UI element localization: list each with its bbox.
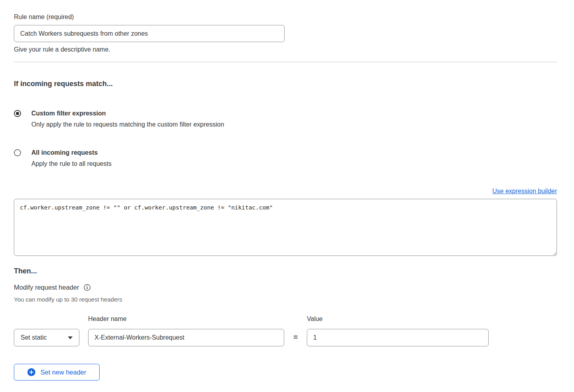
modify-request-header-label: Modify request header [14, 284, 79, 291]
set-new-header-button[interactable]: Set new header [14, 364, 100, 380]
radio-button-selected-icon[interactable] [14, 110, 21, 117]
filter-expression-textarea[interactable]: cf.worker.upstream_zone != "" or cf.work… [14, 199, 557, 256]
match-type-radio-group: Custom filter expression Only apply the … [14, 109, 557, 168]
plus-icon [27, 368, 35, 376]
radio-button-unselected-icon[interactable] [14, 149, 21, 156]
radio-option-label: Custom filter expression [31, 109, 224, 118]
radio-option-description: Apply the rule to all requests [31, 159, 112, 168]
radio-option-label: All incoming requests [31, 148, 112, 157]
header-value-input[interactable] [307, 329, 489, 346]
radio-option-all-requests[interactable]: All incoming requests Apply the rule to … [14, 148, 557, 168]
header-operation-select[interactable]: Set static [14, 329, 79, 346]
equals-sign: = [284, 333, 307, 346]
radio-option-description: Only apply the rule to requests matching… [31, 120, 224, 129]
rule-name-label: Rule name (required) [14, 13, 557, 21]
header-name-label: Header name [88, 315, 284, 323]
rule-editor-page: Rule name (required) Give your rule a de… [0, 0, 574, 392]
use-expression-builder-link[interactable]: Use expression builder [492, 188, 557, 194]
section-divider [14, 62, 557, 62]
header-operation-value: Set static [21, 334, 47, 341]
rule-name-helper: Give your rule a descriptive name. [14, 46, 557, 53]
then-section-heading: Then... [14, 266, 557, 276]
modify-header-helper: You can modify up to 30 request headers [14, 296, 557, 303]
rule-name-input[interactable] [14, 25, 285, 42]
header-name-input[interactable] [88, 329, 284, 346]
info-icon[interactable] [84, 284, 91, 291]
set-new-header-label: Set new header [40, 369, 87, 376]
match-section-heading: If incoming requests match... [14, 79, 557, 88]
header-form-row: Set static Header name = Value [14, 315, 557, 346]
radio-option-custom-filter[interactable]: Custom filter expression Only apply the … [14, 109, 557, 129]
chevron-down-icon [68, 336, 73, 339]
header-value-label: Value [307, 315, 489, 323]
